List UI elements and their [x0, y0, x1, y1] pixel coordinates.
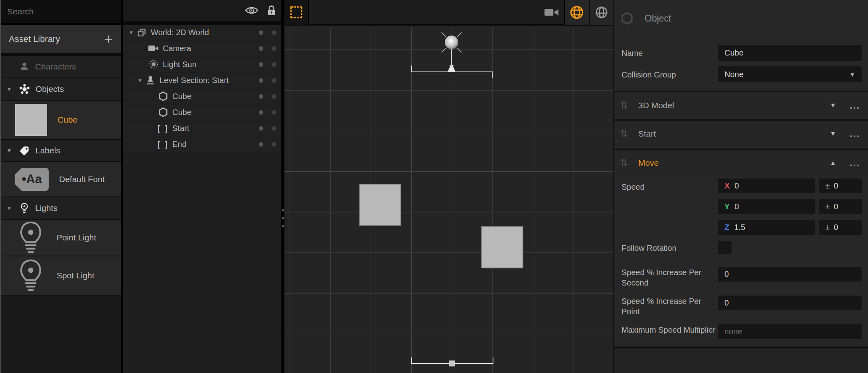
more-menu-icon[interactable]: ...: [850, 128, 860, 139]
speed-increase-point-input[interactable]: 0: [718, 296, 862, 310]
asset-item-label: Cube: [57, 115, 77, 125]
end-marker-handle[interactable]: [449, 360, 455, 367]
hierarchy-row-cube[interactable]: Cube: [123, 89, 281, 104]
hierarchy-row-cube[interactable]: Cube: [123, 105, 281, 120]
speed-z-input[interactable]: Z 1.5: [718, 220, 815, 235]
reorder-icon[interactable]: ⇅: [620, 128, 638, 139]
reorder-icon[interactable]: ⇅: [620, 157, 638, 169]
speed-increase-second-label: Speed % Increase Per Second: [621, 267, 718, 288]
tag-icon: [19, 145, 30, 156]
video-camera-icon: [544, 8, 559, 17]
more-menu-icon[interactable]: ...: [850, 157, 860, 169]
selection-tool-button[interactable]: [284, 0, 309, 25]
chevron-down-icon[interactable]: ▼: [6, 147, 14, 154]
search-bar[interactable]: [1, 0, 121, 25]
section-3d-model[interactable]: ⇅ 3D Model ▼ ...: [614, 91, 868, 118]
panel-resize-handle[interactable]: [281, 0, 284, 373]
lock-icon[interactable]: [266, 5, 276, 16]
sidebar-item-labels[interactable]: ▼ Labels: [1, 140, 121, 162]
lock-dot[interactable]: [272, 46, 276, 51]
speed-y-variance-input[interactable]: ± 0: [819, 199, 862, 214]
asset-item-spot-light[interactable]: Spot Light: [1, 256, 121, 296]
asset-item-cube[interactable]: Cube: [1, 101, 121, 140]
visibility-dot[interactable]: [259, 142, 263, 147]
chevron-down-icon[interactable]: ▼: [830, 102, 836, 109]
visibility-dot[interactable]: [259, 126, 263, 131]
hierarchy-row-world[interactable]: ▼ World: 2D World: [123, 25, 281, 40]
hierarchy-row-label: Cube: [172, 108, 259, 117]
speed-z-variance-input[interactable]: ± 0: [819, 220, 862, 235]
chevron-down-icon[interactable]: ▼: [830, 130, 836, 137]
sidebar-item-objects[interactable]: ▼ Objects: [1, 78, 121, 101]
max-speed-multiplier-input[interactable]: none: [718, 324, 862, 339]
bracket-icon: [ ]: [157, 124, 169, 133]
asset-item-default-font[interactable]: •Aa Default Font: [1, 162, 121, 197]
speed-x-variance-input[interactable]: ± 0: [819, 179, 862, 193]
speed-y-input[interactable]: Y 0: [718, 199, 815, 214]
follow-rotation-checkbox[interactable]: [718, 241, 732, 254]
hierarchy-row-light-sun[interactable]: Light Sun: [123, 57, 281, 72]
lock-dot[interactable]: [272, 110, 276, 115]
person-icon: [19, 62, 30, 72]
camera-view-button[interactable]: [539, 0, 564, 25]
hierarchy-row-label: End: [172, 140, 259, 149]
inspector-title: Object: [645, 13, 671, 24]
scene-cube[interactable]: [482, 227, 523, 268]
hierarchy-row-start[interactable]: [ ] Start: [123, 121, 281, 136]
speed-label: Speed: [621, 182, 718, 192]
hexagon-icon: [621, 12, 633, 25]
hierarchy-row-label: World: 2D World: [151, 28, 259, 37]
chevron-down-icon[interactable]: ▼: [127, 30, 136, 36]
section-label: 3D Model: [638, 101, 830, 110]
more-menu-icon[interactable]: ...: [850, 100, 860, 111]
sidebar-item-lights[interactable]: ▼ Lights: [1, 197, 121, 220]
lock-dot[interactable]: [272, 126, 276, 131]
object-inspector-panel: Object Name Cube Collision Group None ▼ …: [614, 0, 868, 373]
reorder-icon[interactable]: ⇅: [620, 99, 638, 111]
chevron-down-icon[interactable]: ▼: [136, 77, 144, 83]
hexagon-icon: [157, 91, 169, 101]
lock-dot[interactable]: [272, 78, 276, 83]
hexagon-icon: [157, 107, 169, 117]
visibility-dot[interactable]: [259, 62, 263, 67]
inspector-header: Object: [614, 0, 868, 37]
speed-x-input[interactable]: X 0: [718, 179, 815, 193]
hierarchy-row-camera[interactable]: Camera: [123, 41, 281, 56]
asset-item-point-light[interactable]: Point Light: [1, 220, 121, 256]
visibility-dot[interactable]: [259, 94, 263, 99]
eye-icon[interactable]: [245, 6, 258, 15]
chevron-down-icon[interactable]: ▼: [6, 86, 14, 92]
lock-dot[interactable]: [272, 62, 276, 67]
sidebar-item-characters[interactable]: Characters: [1, 56, 121, 78]
light-sun-gizmo[interactable]: [436, 32, 468, 73]
hierarchy-row-level-section[interactable]: ▼ Level Section: Start: [123, 73, 281, 88]
lock-dot[interactable]: [272, 30, 276, 35]
bulb-small-icon: [19, 202, 30, 214]
visibility-dot[interactable]: [259, 46, 263, 51]
marker-tick: [492, 71, 493, 78]
hierarchy-row-end[interactable]: [ ] End: [123, 137, 281, 152]
chevron-up-icon[interactable]: ▲: [830, 159, 836, 167]
plus-minus-icon: ±: [825, 223, 830, 232]
scene-cube[interactable]: [360, 185, 400, 225]
visibility-dot[interactable]: [259, 110, 263, 115]
cube-thumbnail: [15, 104, 47, 136]
speed-increase-second-input[interactable]: 0: [718, 267, 862, 282]
section-move[interactable]: ⇅ Move ▲ ...: [614, 149, 868, 176]
plus-icon[interactable]: +: [104, 33, 113, 45]
section-start[interactable]: ⇅ Start ▼ ...: [614, 119, 868, 147]
visibility-dot[interactable]: [259, 78, 263, 83]
lock-dot[interactable]: [272, 94, 276, 99]
visibility-dot[interactable]: [259, 30, 263, 35]
collision-group-dropdown[interactable]: None ▼: [718, 66, 862, 82]
viewport[interactable]: [284, 0, 614, 373]
sphere-mode-button[interactable]: [589, 0, 614, 25]
name-input[interactable]: Cube: [718, 45, 862, 61]
chevron-down-icon[interactable]: ▼: [6, 205, 14, 211]
globe-mode-button[interactable]: [564, 0, 589, 25]
lock-dot[interactable]: [272, 142, 276, 147]
section-start-marker[interactable]: [411, 71, 493, 72]
viewport-grid[interactable]: [284, 27, 614, 373]
search-input[interactable]: [7, 7, 115, 16]
asset-library-panel: Asset Library + Characters ▼ Objects: [0, 0, 121, 373]
